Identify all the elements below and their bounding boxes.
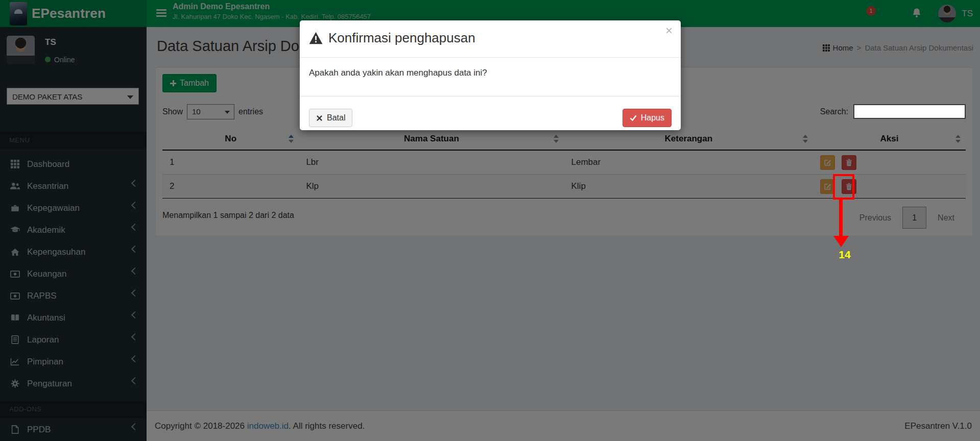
annotation-arrowhead bbox=[833, 236, 849, 247]
cancel-button[interactable]: Batal bbox=[309, 109, 352, 127]
confirm-delete-button[interactable]: Hapus bbox=[623, 109, 672, 127]
search-input[interactable] bbox=[853, 104, 966, 119]
modal-header: Konfirmasi penghapusan × bbox=[300, 20, 681, 58]
modal-footer: Batal Hapus bbox=[300, 96, 681, 130]
delete-confirmation-modal: Konfirmasi penghapusan × Apakah anda yak… bbox=[300, 20, 681, 130]
app-screen: EPesantren Admin Demo Epesantren Jl. Kah… bbox=[0, 0, 980, 441]
annotation-step-label: 14 bbox=[834, 249, 855, 261]
annotation-highlight-box bbox=[833, 174, 854, 200]
modal-body: Apakah anda yakin akan menghapus data in… bbox=[300, 58, 681, 96]
x-icon bbox=[316, 115, 323, 121]
annotation-arrow bbox=[839, 200, 843, 237]
warning-icon bbox=[309, 32, 323, 44]
close-icon[interactable]: × bbox=[665, 24, 673, 37]
modal-message: Apakah anda yakin akan menghapus data in… bbox=[309, 68, 487, 78]
check-icon bbox=[630, 114, 637, 121]
modal-title: Konfirmasi penghapusan bbox=[309, 30, 672, 46]
